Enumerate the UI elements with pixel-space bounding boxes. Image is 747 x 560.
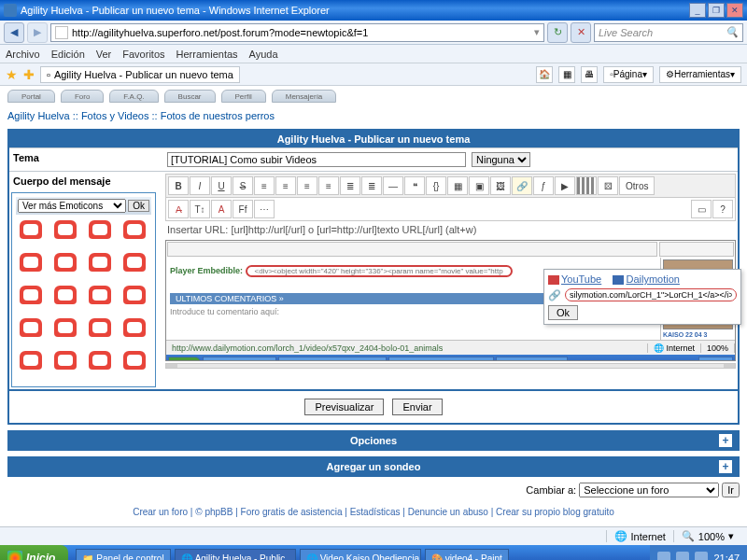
- font-size-button[interactable]: T↕: [190, 200, 210, 218]
- emoticon[interactable]: [16, 284, 46, 314]
- crumb-topic[interactable]: Fotos de nuestros perros: [161, 110, 275, 121]
- foot-help[interactable]: Foro gratis de asistencia: [241, 507, 343, 517]
- menu-archivo[interactable]: Archivo: [6, 49, 40, 60]
- home-icon[interactable]: 🏠: [536, 66, 553, 83]
- maximize-button[interactable]: ❐: [708, 3, 725, 18]
- link-button[interactable]: 🔗: [512, 176, 532, 195]
- host-image-button[interactable]: ▣: [469, 176, 489, 195]
- system-tray[interactable]: 21:47: [650, 545, 747, 560]
- emoticon[interactable]: [85, 316, 115, 346]
- favorites-icon[interactable]: ★: [6, 67, 18, 82]
- foot-phpbb[interactable]: © phpBB: [195, 507, 233, 517]
- navtab-faq[interactable]: F.A.Q.: [109, 90, 158, 103]
- back-button[interactable]: ◀: [4, 22, 24, 43]
- emoticon[interactable]: [120, 349, 149, 379]
- remove-format-button[interactable]: A̶: [168, 200, 189, 218]
- strike-button[interactable]: S: [233, 176, 253, 195]
- send-button[interactable]: Enviar: [392, 399, 442, 415]
- url-dropdown-icon[interactable]: ▾: [534, 26, 540, 38]
- popup-ok-button[interactable]: Ok: [548, 305, 578, 320]
- page-menu[interactable]: ▫ Página ▾: [603, 66, 654, 83]
- list-ul-button[interactable]: ≣: [340, 176, 360, 195]
- emoticon[interactable]: [16, 251, 46, 281]
- emoticon[interactable]: [85, 251, 115, 281]
- stop-button[interactable]: ✕: [571, 22, 591, 43]
- flash-button[interactable]: ƒ: [533, 176, 554, 195]
- crumb-home[interactable]: Agility Huelva: [7, 110, 70, 121]
- align-right-button[interactable]: ≡: [297, 176, 317, 195]
- video-button[interactable]: ▶: [555, 176, 575, 195]
- italic-button[interactable]: I: [190, 176, 210, 195]
- more-button[interactable]: ⋯: [254, 200, 275, 218]
- jump-select[interactable]: Seleccione un foro: [579, 483, 719, 497]
- menu-ver[interactable]: Ver: [96, 49, 112, 60]
- hr-button[interactable]: —: [383, 176, 403, 195]
- menu-edicion[interactable]: Edición: [51, 49, 85, 60]
- align-left-button[interactable]: ≡: [254, 176, 275, 195]
- image-button[interactable]: 🖼: [490, 176, 511, 195]
- emoticon[interactable]: [16, 316, 46, 346]
- foot-abuse[interactable]: Denuncie un abuso: [408, 507, 488, 517]
- emoticon[interactable]: [120, 316, 149, 346]
- emoticon[interactable]: [50, 349, 80, 379]
- editor-scrollbar[interactable]: [165, 363, 736, 369]
- start-button[interactable]: Inicio: [0, 545, 68, 560]
- subject-input[interactable]: [167, 152, 466, 167]
- poll-section[interactable]: Agregar un sondeo +: [7, 456, 740, 477]
- menu-favoritos[interactable]: Favoritos: [122, 49, 164, 60]
- search-icon[interactable]: 🔍: [726, 26, 739, 38]
- table-button[interactable]: ▦: [447, 176, 468, 195]
- align-justify-button[interactable]: ≡: [318, 176, 339, 195]
- emoticons-select[interactable]: Ver más Emoticons: [18, 199, 126, 213]
- browser-tab[interactable]: ▫ Agility Huelva - Publicar un nuevo tem…: [40, 66, 240, 83]
- url-field[interactable]: http://agilityhuelva.superforo.net/post.…: [50, 23, 544, 42]
- navtab-mensajeria[interactable]: Mensajería: [272, 90, 337, 103]
- topic-icon-select[interactable]: Ninguna: [472, 152, 530, 167]
- quote-button[interactable]: ❝: [404, 176, 425, 195]
- task-paint[interactable]: 🎨 video4 - Paint: [425, 549, 509, 560]
- dailymotion-link[interactable]: Dailymotion: [626, 273, 679, 285]
- expand-icon[interactable]: +: [719, 434, 732, 447]
- emoticon[interactable]: [50, 284, 80, 314]
- tray-icon[interactable]: [676, 552, 689, 560]
- menu-ayuda[interactable]: Ayuda: [249, 49, 278, 60]
- task-ie[interactable]: 🌐 Agility Huelva - Public...: [175, 549, 296, 560]
- crumb-section[interactable]: Fotos y Videos: [81, 110, 149, 121]
- scroll-button[interactable]: [576, 176, 597, 195]
- minimize-button[interactable]: _: [689, 3, 706, 18]
- tools-menu[interactable]: ⚙ Herramientas ▾: [659, 66, 741, 83]
- emoticon[interactable]: [85, 284, 115, 314]
- navtab-portal[interactable]: Portal: [7, 90, 55, 103]
- emoticon[interactable]: [120, 218, 149, 248]
- video-url-input[interactable]: [565, 288, 737, 301]
- preview-button[interactable]: Previsualizar: [304, 399, 384, 415]
- emoticon[interactable]: [50, 218, 80, 248]
- jump-go-button[interactable]: Ir: [722, 483, 740, 497]
- emoticon[interactable]: [85, 349, 115, 379]
- options-section[interactable]: Opciones +: [7, 430, 740, 451]
- align-center-button[interactable]: ≡: [275, 176, 296, 195]
- emoticon[interactable]: [120, 284, 149, 314]
- emoticon[interactable]: [120, 251, 149, 281]
- add-favorite-icon[interactable]: ✚: [23, 67, 35, 82]
- task-panel[interactable]: 📁 Panel de control: [76, 549, 170, 560]
- navtab-foro[interactable]: Foro: [61, 90, 104, 103]
- emoticon[interactable]: [16, 218, 46, 248]
- print-icon[interactable]: 🖶: [581, 66, 598, 83]
- emoticon[interactable]: [50, 251, 80, 281]
- refresh-button[interactable]: ↻: [547, 22, 568, 43]
- emoticon[interactable]: [85, 218, 115, 248]
- expand-icon[interactable]: +: [719, 460, 732, 473]
- foot-stats[interactable]: Estadísticas: [350, 507, 401, 517]
- tray-icon[interactable]: [657, 552, 670, 560]
- search-field[interactable]: Live Search 🔍: [594, 23, 743, 42]
- bold-button[interactable]: B: [168, 176, 189, 195]
- emoticons-ok-button[interactable]: Ok: [128, 200, 149, 212]
- font-color-button[interactable]: A: [211, 200, 232, 218]
- others-button[interactable]: Otros: [619, 176, 655, 195]
- forward-button[interactable]: ▶: [27, 22, 48, 43]
- help-button[interactable]: ?: [712, 200, 733, 218]
- font-family-button[interactable]: Ff: [233, 200, 253, 218]
- feed-icon[interactable]: ▦: [558, 66, 575, 83]
- underline-button[interactable]: U: [211, 176, 232, 195]
